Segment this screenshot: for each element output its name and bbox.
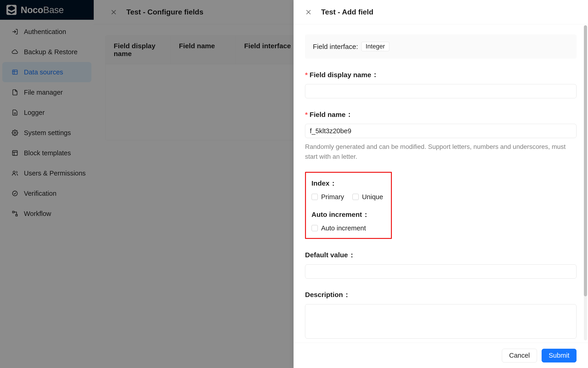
section-default-value: Default value：: [305, 250, 577, 279]
section-description: Description：: [305, 290, 577, 340]
sidebar-item-label: Logger: [24, 109, 45, 117]
sidebar-item-label: Authentication: [24, 28, 66, 36]
close-icon[interactable]: [305, 9, 312, 16]
sidebar-item-backup-restore[interactable]: Backup & Restore: [2, 42, 92, 62]
cloud-icon: [11, 48, 18, 55]
section-display-name: * Field display name：: [305, 70, 577, 98]
sidebar-item-verification[interactable]: Verification: [2, 183, 92, 203]
scrollbar-thumb[interactable]: [584, 25, 587, 296]
sidebar-item-authentication[interactable]: Authentication: [2, 22, 92, 42]
label-index: Index：: [312, 179, 386, 188]
checkbox-icon: [352, 194, 359, 200]
drawer-add-body: Field interface: Integer * Field display…: [294, 24, 588, 343]
logo-text-bold: Noco: [21, 5, 43, 15]
svg-rect-6: [16, 215, 18, 216]
textarea-description[interactable]: [305, 304, 577, 339]
checkbox-icon: [312, 225, 318, 231]
svg-point-3: [13, 171, 15, 173]
submit-button[interactable]: Submit: [542, 349, 577, 362]
sidebar-item-system-settings[interactable]: System settings: [2, 123, 92, 143]
check-unique-label: Unique: [362, 193, 383, 201]
sidebar-item-label: Users & Permissions: [24, 170, 86, 177]
drawer-add-field: Test - Add field Field interface: Intege…: [294, 0, 588, 368]
sidebar-item-logger[interactable]: Logger: [2, 102, 92, 123]
checkbox-icon: [312, 194, 318, 200]
index-checks: Primary Unique: [312, 193, 386, 201]
sidebar-items: AuthenticationBackup & RestoreData sourc…: [0, 20, 94, 224]
check-primary-label: Primary: [321, 193, 344, 201]
field-interface-label: Field interface:: [313, 43, 358, 51]
check-auto-increment[interactable]: Auto increment: [312, 224, 366, 232]
app-logo[interactable]: NocoBase: [0, 0, 94, 20]
svg-point-4: [13, 191, 18, 196]
close-icon[interactable]: [110, 9, 117, 16]
sidebar-item-block-templates[interactable]: Block templates: [2, 143, 92, 163]
svg-rect-0: [13, 70, 18, 74]
logo-mark-icon: [6, 5, 17, 15]
check-primary[interactable]: Primary: [312, 193, 344, 201]
sidebar-item-data-sources[interactable]: Data sources: [2, 62, 92, 82]
sidebar-item-label: File manager: [24, 89, 63, 96]
col-display-name[interactable]: Field display name: [105, 36, 171, 64]
auto-increment-checks: Auto increment: [312, 224, 386, 232]
drawer-add-footer: Cancel Submit: [294, 343, 588, 368]
sidebar-item-label: Workflow: [24, 210, 51, 218]
label-auto-increment: Auto increment：: [312, 210, 386, 219]
check-unique[interactable]: Unique: [352, 193, 383, 201]
col-field-name[interactable]: Field name: [171, 36, 236, 64]
workflow-icon: [11, 210, 18, 217]
section-field-name: * Field name： Randomly generated and can…: [305, 110, 577, 162]
check-auto-increment-label: Auto increment: [321, 224, 366, 232]
layout-icon: [11, 149, 18, 156]
help-field-name: Randomly generated and can be modified. …: [305, 142, 577, 162]
sidebar-item-file-manager[interactable]: File manager: [2, 82, 92, 102]
section-auto-increment: Auto increment： Auto increment: [312, 210, 386, 232]
field-interface-box: Field interface: Integer: [305, 35, 577, 59]
database-icon: [11, 69, 18, 76]
drawer-config-title: Test - Configure fields: [126, 8, 203, 16]
section-index: Index： Primary Unique: [312, 179, 386, 201]
required-asterisk: *: [305, 71, 308, 79]
svg-rect-2: [13, 151, 18, 156]
sidebar-item-label: Block templates: [24, 149, 71, 157]
label-default-value: Default value：: [305, 250, 577, 260]
users-icon: [11, 170, 18, 177]
sidebar-item-label: Verification: [24, 190, 56, 197]
logo-text-light: Base: [43, 5, 64, 15]
field-interface-tag[interactable]: Integer: [361, 42, 389, 51]
input-field-name[interactable]: [305, 124, 577, 138]
check-icon: [11, 190, 18, 197]
input-display-name[interactable]: [305, 84, 577, 98]
drawer-add-title: Test - Add field: [321, 8, 374, 16]
login-icon: [11, 28, 18, 35]
scrollbar[interactable]: [584, 25, 587, 340]
index-autoinc-highlight: Index： Primary Unique Auto increment：: [305, 172, 392, 239]
doc-icon: [11, 109, 18, 116]
sidebar-item-label: Data sources: [24, 68, 63, 76]
sidebar-item-label: Backup & Restore: [24, 48, 78, 56]
label-display-name: * Field display name：: [305, 70, 577, 80]
input-default-value[interactable]: [305, 264, 577, 279]
svg-rect-5: [13, 211, 14, 213]
sidebar: NocoBase AuthenticationBackup & RestoreD…: [0, 0, 94, 368]
drawer-add-header: Test - Add field: [294, 0, 588, 24]
svg-point-1: [14, 132, 16, 134]
cancel-button[interactable]: Cancel: [502, 349, 537, 362]
label-description: Description：: [305, 290, 577, 300]
sidebar-item-label: System settings: [24, 129, 71, 137]
sidebar-item-workflow[interactable]: Workflow: [2, 203, 92, 224]
sidebar-item-users-permissions[interactable]: Users & Permissions: [2, 163, 92, 183]
label-field-name: * Field name：: [305, 110, 577, 119]
required-asterisk: *: [305, 111, 308, 119]
gear-icon: [11, 129, 18, 136]
file-icon: [11, 89, 18, 96]
